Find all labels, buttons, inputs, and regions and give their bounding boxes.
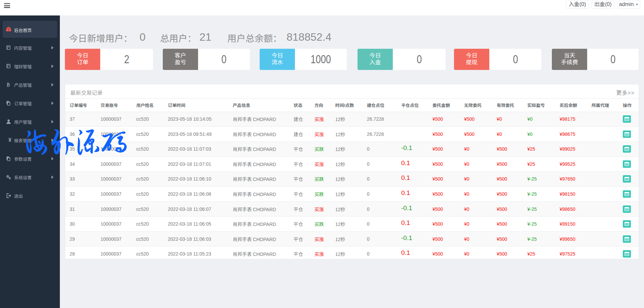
svg-text:B: B [7,82,10,87]
